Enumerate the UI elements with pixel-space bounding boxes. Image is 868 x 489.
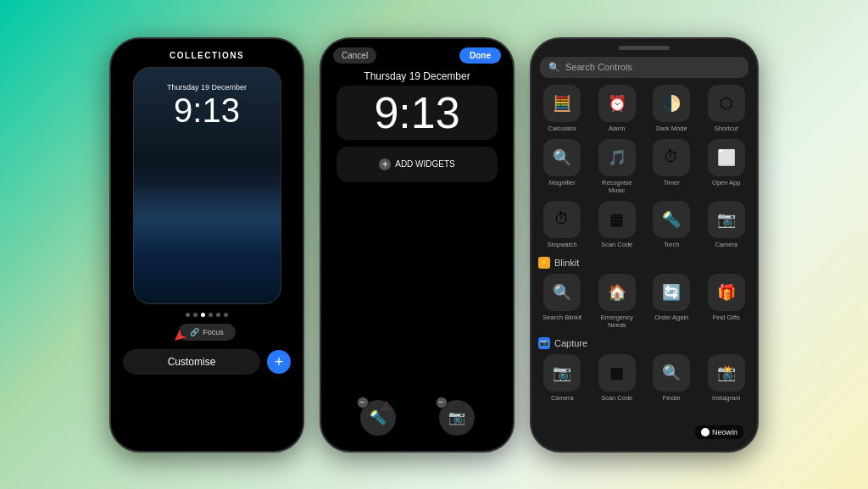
ctrl-torch: 🔦 Torch xyxy=(648,201,696,248)
add-button[interactable]: + xyxy=(267,350,291,374)
ctrl-open-app: ⬜ Open App xyxy=(703,139,751,194)
recognise-music-label: Recognise Music xyxy=(593,179,642,194)
torch-control-wrap: − 🔦 xyxy=(360,400,396,436)
calculator-button[interactable]: 🧮 xyxy=(543,85,581,122)
neowin-logo xyxy=(701,428,709,436)
blinkit-icon: ⚡ xyxy=(538,257,550,269)
card-time: 9:13 xyxy=(174,93,240,127)
camera-button[interactable]: 📷 xyxy=(708,201,745,238)
search-blinkit-button[interactable]: 🔍 xyxy=(543,274,581,311)
stopwatch-button[interactable]: ⏱ xyxy=(543,201,581,238)
order-again-label: Order Again xyxy=(654,314,688,321)
ctrl-dark-mode: 🌓 Dark Mode xyxy=(648,85,696,132)
order-again-button[interactable]: 🔄 xyxy=(653,274,690,311)
stopwatch-label: Stopwatch xyxy=(548,241,577,248)
dot-2 xyxy=(193,313,198,317)
remove-torch-button[interactable]: − xyxy=(357,397,369,408)
timer-label: Timer xyxy=(664,179,680,186)
camera-label: Camera xyxy=(715,241,737,248)
open-app-label: Open App xyxy=(712,179,740,186)
cancel-button[interactable]: Cancel xyxy=(333,47,376,64)
capture-camera-button[interactable]: 📷 xyxy=(543,354,581,392)
capture-camera-label: Camera xyxy=(551,394,574,402)
torch-button[interactable]: 🔦 xyxy=(653,201,690,238)
magnifier-label: Magnifier xyxy=(549,179,576,186)
scan-code-button[interactable]: ▦ xyxy=(598,201,636,238)
blinkit-section-header: ⚡ Blinkit xyxy=(538,257,750,269)
calculator-label: Calculator xyxy=(548,125,576,132)
neowin-label: Neowin xyxy=(712,428,737,436)
blinkit-title: Blinkit xyxy=(554,258,579,268)
capture-finder-button[interactable]: 🔍 xyxy=(653,354,690,392)
lockscreen-card: Thursday 19 December 9:13 xyxy=(133,67,281,304)
card-date: Thursday 19 December xyxy=(167,83,247,92)
open-app-button[interactable]: ⬜ xyxy=(708,139,745,176)
recognise-music-button[interactable]: 🎵 xyxy=(598,139,636,176)
editor-time: 9:13 xyxy=(337,91,498,135)
capture-section-header: 📷 Capture xyxy=(538,337,750,349)
search-placeholder: Search Controls xyxy=(565,62,632,72)
capture-scan-label: Scan Code xyxy=(601,394,632,402)
search-bar[interactable]: 🔍 Search Controls xyxy=(540,57,748,78)
plus-icon: + xyxy=(275,354,284,370)
capture-title: Capture xyxy=(554,338,587,348)
ctrl-recognise-music: 🎵 Recognise Music xyxy=(593,139,642,194)
controls-content: 🧮 Calculator ⏰ Alarm 🌓 Dark Mode ⬡ Short… xyxy=(531,85,757,429)
customise-button[interactable]: Customise xyxy=(123,349,260,375)
add-widgets-box[interactable]: + ADD WIDGETS xyxy=(337,147,498,182)
add-widgets-label: ADD WIDGETS xyxy=(395,159,455,169)
collections-title: COLLECTIONS xyxy=(111,39,303,67)
ctrl-shortcut: ⬡ Shortcut xyxy=(703,85,751,132)
ctrl-search-blinkit: 🔍 Search Blinkit xyxy=(538,274,587,329)
scan-code-label: Scan Code xyxy=(601,241,632,248)
time-box: 9:13 xyxy=(337,86,498,140)
ctrl-capture-finder: 🔍 Finder xyxy=(648,354,696,402)
alarm-button[interactable]: ⏰ xyxy=(598,85,636,122)
ctrl-scan-code: ▦ Scan Code xyxy=(593,201,642,248)
ctrl-timer: ⏱ Timer xyxy=(648,139,696,194)
done-button[interactable]: Done xyxy=(459,47,501,64)
dot-1 xyxy=(186,313,190,317)
magnifier-button[interactable]: 🔍 xyxy=(543,139,581,176)
notch xyxy=(619,46,670,50)
add-widgets-button[interactable]: + ADD WIDGETS xyxy=(337,158,498,170)
timer-button[interactable]: ⏱ xyxy=(653,139,690,176)
camera-control-wrap: − 📷 xyxy=(439,400,475,436)
editor-date: Thursday 19 December xyxy=(364,70,470,82)
focus-label: Focus xyxy=(203,328,224,336)
phone-search-controls: 🔍 Search Controls 🧮 Calculator ⏰ Alarm 🌓… xyxy=(530,37,759,453)
capture-icon: 📷 xyxy=(538,337,550,349)
find-gifts-button[interactable]: 🎁 xyxy=(708,274,745,311)
alarm-label: Alarm xyxy=(609,125,626,132)
ctrl-stopwatch: ⏱ Stopwatch xyxy=(538,201,587,248)
page-dots xyxy=(186,313,228,317)
ctrl-alarm: ⏰ Alarm xyxy=(593,85,642,132)
emergency-needs-label: Emergency Needs xyxy=(593,314,642,329)
neowin-badge: Neowin xyxy=(695,425,743,439)
ctrl-order-again: 🔄 Order Again xyxy=(648,274,696,329)
instagram-label: Instagram xyxy=(712,394,740,402)
dot-6 xyxy=(224,313,228,317)
controls-bottom: ➤ − 🔦 − 📷 xyxy=(321,392,513,451)
ctrl-calculator: 🧮 Calculator xyxy=(538,85,587,132)
bottom-bar: ➤ Customise + xyxy=(111,341,303,383)
instagram-button[interactable]: 📸 xyxy=(708,354,745,392)
emergency-needs-button[interactable]: 🏠 xyxy=(598,274,636,311)
capture-controls-grid: 📷 Camera ▦ Scan Code 🔍 Finder 📸 Instagra… xyxy=(538,354,750,402)
dot-4 xyxy=(209,313,213,317)
shortcut-label: Shortcut xyxy=(715,125,738,132)
phone-collections: COLLECTIONS Thursday 19 December 9:13 🔗 … xyxy=(109,37,304,453)
ctrl-capture-scan: ▦ Scan Code xyxy=(593,354,642,402)
capture-scan-button[interactable]: ▦ xyxy=(598,354,636,392)
ctrl-capture-camera: 📷 Camera xyxy=(538,354,587,402)
dot-3 xyxy=(201,313,205,317)
shortcut-button[interactable]: ⬡ xyxy=(708,85,745,122)
capture-finder-label: Finder xyxy=(663,394,681,402)
find-gifts-label: Find Gifts xyxy=(713,314,740,321)
dark-mode-button[interactable]: 🌓 xyxy=(653,85,690,122)
torch-label: Torch xyxy=(664,241,679,248)
search-blinkit-label: Search Blinkit xyxy=(542,314,581,321)
blinkit-controls-grid: 🔍 Search Blinkit 🏠 Emergency Needs 🔄 Ord… xyxy=(538,274,750,329)
ctrl-find-gifts: 🎁 Find Gifts xyxy=(703,274,751,329)
remove-camera-button[interactable]: − xyxy=(436,397,448,408)
